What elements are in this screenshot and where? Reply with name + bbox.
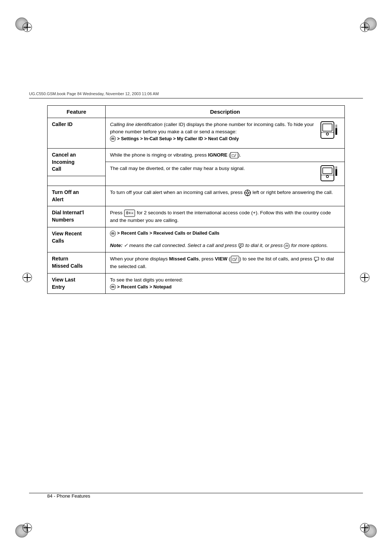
table-row: Cancel anIncomingCall While the phone is… — [48, 149, 345, 186]
feature-cell-turn-off-alert: Turn Off anAlert — [48, 186, 106, 206]
table-row: Dial Internat'lNumbers Press 0+→ for 2 s… — [48, 206, 345, 227]
desc-cell-view-last: To see the last digits you entered: m > … — [106, 274, 345, 294]
view-recent-note: Note: ✓ means the call connected. Select… — [110, 242, 340, 249]
reg-mark-br — [360, 523, 369, 532]
reg-mark-ml — [23, 273, 32, 282]
desc-cell-view-recent: m > Recent Calls > Received Calls or Dia… — [106, 227, 345, 252]
reg-mark-mr — [360, 273, 369, 282]
desc-cell-turn-off-alert: To turn off your call alert when an inco… — [106, 186, 345, 206]
view-last-text: To see the last digits you entered: — [110, 276, 340, 284]
feature-cell-cancel-call: Cancel anIncomingCall — [48, 149, 106, 186]
desc-cell-cancel-call: While the phone is ringing or vibrating,… — [106, 149, 345, 186]
svg-rect-13 — [335, 166, 337, 176]
svg-point-9 — [326, 175, 328, 178]
table-header-row: Feature Description — [48, 106, 345, 118]
desc-cell-caller-id: Calling line identification (caller ID) … — [106, 118, 345, 149]
content-area: Feature Description Caller ID — [47, 105, 345, 490]
desc-cell-dial-intl: Press 0+→ for 2 seconds to insert the in… — [106, 206, 345, 227]
feature-cell-missed-calls: ReturnMissed Calls — [48, 252, 106, 274]
table-row: Caller ID — [48, 118, 345, 149]
header-text: UG.C550.GSM.book Page 84 Wednesday, Nove… — [29, 92, 159, 96]
svg-point-2 — [326, 133, 328, 135]
feature-cell-caller-id: Caller ID — [48, 118, 106, 149]
caller-id-menu: m > Settings > In-Call Setup > My Caller… — [110, 136, 239, 141]
table-row: Turn Off anAlert To turn off your call a… — [48, 186, 345, 206]
feature-cell-view-recent: View RecentCalls — [48, 227, 106, 252]
features-table: Feature Description Caller ID — [47, 105, 345, 294]
svg-point-15 — [246, 192, 249, 194]
table-row: View LastEntry To see the last digits yo… — [48, 274, 345, 294]
key-0-plus: 0+→ — [124, 210, 135, 217]
cancel-call-upper: While the phone is ringing or vibrating,… — [106, 149, 344, 162]
svg-rect-1 — [323, 124, 332, 131]
reg-mark-tr — [360, 23, 369, 32]
phone-icon-caller-id — [320, 121, 340, 144]
feature-name-cancel: Cancel anIncomingCall — [48, 149, 105, 176]
caller-id-description: Calling line identification (caller ID) … — [110, 121, 340, 145]
feature-name: Caller ID — [52, 121, 73, 127]
phone-icon-cancel — [320, 165, 340, 184]
desc-cell-missed-calls: When your phone displays Missed Calls, p… — [106, 252, 345, 274]
feature-cell-dial-intl: Dial Internat'lNumbers — [48, 206, 106, 227]
caller-id-italic: Calling line identification — [110, 122, 163, 127]
menu-icon-recent: m — [110, 231, 116, 236]
view-last-menu: m > Recent Calls > Notepad — [110, 284, 340, 290]
cancel-call-lower: The call may be diverted, or the caller … — [106, 162, 344, 175]
col-desc-header: Description — [106, 106, 345, 118]
view-recent-menu: m > Recent Calls > Received Calls or Dia… — [110, 230, 340, 236]
feature-cell-view-last: View LastEntry — [48, 274, 106, 294]
svg-rect-8 — [323, 168, 332, 174]
menu-icon-last: m — [110, 284, 116, 290]
menu-icon: m — [110, 136, 116, 142]
footer-text: 84 - Phone Features — [47, 493, 90, 499]
col-feature-header: Feature — [48, 106, 106, 118]
table-row: ReturnMissed Calls When your phone displ… — [48, 252, 345, 274]
top-rule — [29, 98, 363, 98]
svg-rect-6 — [335, 125, 337, 135]
reg-mark-bl — [23, 523, 32, 532]
key-view: □/ — [231, 256, 239, 263]
table-row: View RecentCalls m > Recent Calls > Rece… — [48, 227, 345, 252]
page: UG.C550.GSM.book Page 84 Wednesday, Nove… — [0, 0, 392, 555]
menu-icon-note: m — [284, 243, 290, 249]
reg-mark-tl — [23, 23, 32, 32]
